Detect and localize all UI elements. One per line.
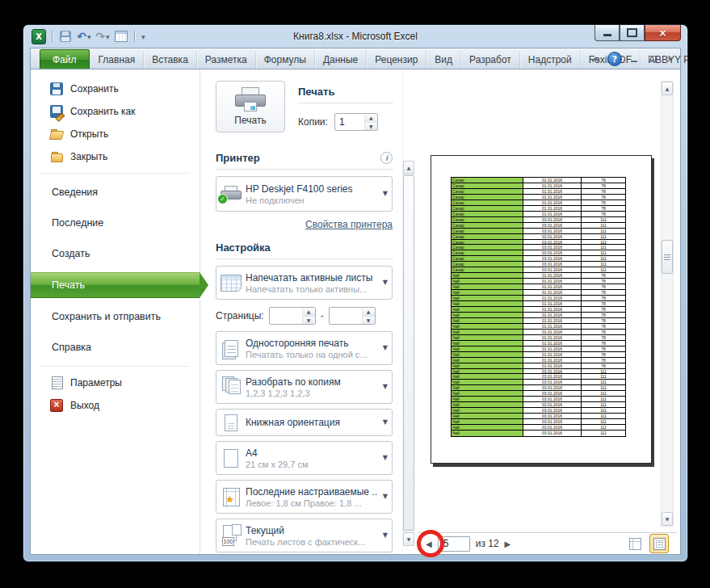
sidebar-item[interactable]: Сохранить и отправить bbox=[31, 304, 200, 329]
preview-table-row: Сахар 01.01.2016 78 bbox=[452, 183, 625, 189]
spin-up-icon[interactable]: ▲ bbox=[363, 308, 375, 317]
thumb-grip-icon bbox=[664, 254, 670, 260]
pages-from-stepper[interactable]: ▲ ▼ bbox=[269, 307, 316, 325]
sidebar-item[interactable]: Последние bbox=[31, 211, 200, 235]
scroll-up-icon[interactable]: ▲ bbox=[403, 161, 414, 174]
preview-table-row: Сахар 03.01.2016 111 bbox=[452, 217, 625, 223]
preview-table-row: Чай 03.01.2016 111 bbox=[452, 408, 625, 414]
preview-table-row: Чай 01.01.2016 78 bbox=[452, 330, 625, 335]
scrollbar-thumb[interactable] bbox=[662, 240, 673, 274]
copies-stepper[interactable]: 1 ▲ ▼ bbox=[334, 113, 378, 131]
show-margins-button[interactable] bbox=[626, 535, 644, 552]
sidebar-item[interactable]: Открыть bbox=[31, 123, 200, 145]
printer-properties-link[interactable]: Свойства принтера bbox=[305, 219, 393, 230]
close-button[interactable]: × bbox=[645, 25, 681, 41]
restore-button[interactable] bbox=[620, 25, 645, 41]
preview-table: Сахар 01.01.2016 78 Сахар 01.01.2016 78 … bbox=[451, 177, 626, 437]
sidebar-item[interactable]: Выход bbox=[31, 394, 200, 417]
backstage-sidebar: Сохранить Сохранить как Открыть Закрыть … bbox=[31, 69, 200, 554]
sidebar-item[interactable]: Справка bbox=[31, 335, 200, 359]
zoom-page-icon bbox=[653, 538, 666, 550]
next-page-button[interactable]: ▶ bbox=[505, 540, 511, 548]
zoom-to-page-button[interactable] bbox=[649, 534, 669, 553]
ribbon-tab[interactable]: Формулы bbox=[256, 51, 315, 69]
ribbon-tab[interactable]: Файл bbox=[40, 49, 90, 69]
sidebar-item[interactable]: Сведения bbox=[31, 180, 200, 204]
sidebar-item[interactable]: Сохранить bbox=[31, 78, 200, 100]
pages-dash: - bbox=[321, 310, 324, 321]
sidebar-item[interactable]: Сохранить как bbox=[31, 100, 200, 123]
preview-table-row: Чай 03.01.2016 111 bbox=[452, 419, 625, 425]
ribbon-tab[interactable]: Разработ bbox=[461, 51, 520, 69]
redo-icon[interactable]: ↷▼ bbox=[95, 29, 110, 44]
spin-up-icon[interactable]: ▲ bbox=[303, 308, 315, 317]
sidebar-item-icon bbox=[50, 399, 63, 412]
setting-icon bbox=[224, 449, 238, 468]
ribbon-tab[interactable]: Главная bbox=[90, 51, 145, 69]
preview-table-row: Чай 01.01.2016 78 bbox=[452, 296, 625, 301]
print-setting-dropdown[interactable]: Разобрать по копиям 1,2,3 1,2,3 1,2,3 ▼ bbox=[216, 370, 393, 404]
ribbon-tab[interactable]: Вставка bbox=[144, 51, 197, 69]
preview-page: Сахар 01.01.2016 78 Сахар 01.01.2016 78 … bbox=[431, 155, 652, 464]
preview-table-row: Сахар 03.01.2016 111 bbox=[452, 229, 625, 234]
print-setting-dropdown[interactable]: Книжная ориентация ▼ bbox=[216, 409, 393, 436]
preview-table-row: Чай 01.01.2016 78 bbox=[452, 307, 625, 313]
sidebar-item[interactable]: Параметры bbox=[31, 372, 200, 394]
print-setting-dropdown[interactable]: Односторонняя печать Печатать только на … bbox=[216, 331, 393, 365]
sidebar-item-icon bbox=[50, 105, 63, 118]
page-number-input[interactable] bbox=[438, 536, 470, 552]
undo-icon[interactable]: ↶▼ bbox=[77, 29, 91, 44]
scroll-up-icon[interactable]: ▲ bbox=[662, 82, 673, 95]
preview-table-row: Сахар 01.01.2016 78 bbox=[452, 206, 625, 212]
printer-status: Не подключен bbox=[246, 195, 377, 205]
excel-logo-icon[interactable]: X bbox=[32, 29, 46, 44]
prev-page-button[interactable]: ◀ bbox=[426, 540, 432, 548]
ribbon-tab[interactable]: Надстрой bbox=[520, 51, 581, 69]
ribbon-tab[interactable]: Разметка bbox=[197, 51, 256, 69]
preview-table-row: Чай 03.01.2016 111 bbox=[452, 402, 625, 408]
workbook-close-icon[interactable]: × bbox=[664, 54, 675, 65]
chevron-down-icon: ▼ bbox=[383, 454, 388, 461]
chevron-down-icon: ▼ bbox=[383, 344, 388, 351]
workbook-restore-icon[interactable] bbox=[646, 54, 657, 65]
pages-to-stepper[interactable]: ▲ ▼ bbox=[329, 307, 376, 325]
print-setting-dropdown[interactable]: Текущий Печать листов с фактическ... ▼ bbox=[216, 519, 393, 552]
setting-icon bbox=[225, 414, 237, 431]
page-setup-link[interactable]: Параметры страницы bbox=[295, 560, 393, 562]
sidebar-item[interactable]: Печать bbox=[31, 272, 200, 298]
help-icon[interactable]: ? bbox=[607, 52, 622, 66]
preview-table-row: Чай 01.01.2016 78 bbox=[452, 273, 625, 279]
preview-table-row: Сахар 01.01.2016 78 bbox=[452, 178, 625, 183]
preview-scrollbar[interactable]: ▲ ▼ bbox=[661, 81, 674, 527]
sidebar-item-icon bbox=[50, 150, 63, 163]
print-button[interactable]: Печать bbox=[216, 81, 285, 132]
collapse-ribbon-icon[interactable] bbox=[590, 54, 601, 65]
redo-caret-icon: ▼ bbox=[106, 34, 110, 40]
sidebar-item[interactable]: Создать bbox=[31, 242, 200, 266]
ribbon-tab[interactable]: Вид bbox=[426, 51, 461, 69]
printer-name: HP Deskjet F4100 series bbox=[246, 183, 377, 195]
scrollbar-thumb[interactable] bbox=[403, 175, 414, 531]
preview-table-row: Сахар 03.01.2016 111 bbox=[452, 245, 625, 250]
ribbon-tab[interactable]: Рецензир bbox=[367, 51, 426, 69]
print-setting-dropdown[interactable]: Напечатать активные листы Напечатать тол… bbox=[216, 266, 393, 300]
settings-scrollbar[interactable]: ▲ ▼ bbox=[402, 69, 414, 554]
spin-down-icon[interactable]: ▼ bbox=[363, 317, 375, 325]
excel-window: X ↶▼ ↷▼ ▼ Книга8.xlsx - Microsoft Excel … bbox=[23, 24, 688, 562]
printer-selector[interactable]: ✓ HP Deskjet F4100 series Не подключен ▼ bbox=[216, 176, 393, 212]
spin-up-icon[interactable]: ▲ bbox=[365, 114, 377, 123]
save-icon[interactable] bbox=[58, 29, 73, 44]
spin-down-icon[interactable]: ▼ bbox=[303, 317, 315, 325]
sidebar-item[interactable]: Закрыть bbox=[31, 145, 200, 168]
print-setting-dropdown[interactable]: Последние настраиваемые ... Левое: 1,8 с… bbox=[216, 480, 393, 514]
minimize-button[interactable] bbox=[594, 25, 620, 41]
spin-down-icon[interactable]: ▼ bbox=[365, 123, 377, 131]
scroll-down-icon[interactable]: ▼ bbox=[662, 512, 673, 526]
print-setting-dropdown[interactable]: A4 21 см x 29,7 см ▼ bbox=[216, 441, 393, 475]
ribbon-tab[interactable]: Данные bbox=[315, 51, 367, 69]
preview-table-row: Чай 01.01.2016 78 bbox=[452, 358, 625, 363]
workbook-minimize-icon[interactable] bbox=[628, 54, 640, 65]
datasheet-icon[interactable] bbox=[114, 29, 128, 44]
customize-qat-icon[interactable]: ▼ bbox=[141, 34, 145, 40]
scroll-down-icon[interactable]: ▼ bbox=[403, 532, 414, 546]
